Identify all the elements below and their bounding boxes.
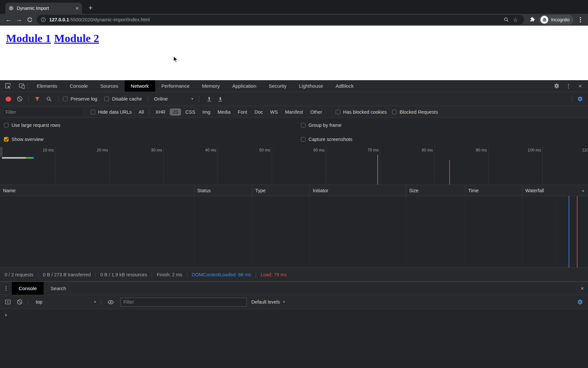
blocked-requests-checkbox-box[interactable] (392, 110, 397, 114)
new-tab-button[interactable]: + (86, 4, 95, 13)
back-button[interactable]: ← (3, 15, 14, 25)
device-toolbar-icon[interactable] (17, 82, 26, 90)
group-by-frame-checkbox[interactable]: Group by frame (301, 123, 342, 128)
devtools-tab-elements[interactable]: Elements (31, 80, 64, 92)
filter-pill-xhr[interactable]: XHR (152, 108, 168, 116)
drawer-menu-icon[interactable] (0, 282, 12, 295)
group-by-frame-checkbox-box[interactable] (301, 123, 305, 127)
devtools-tab-sources[interactable]: Sources (94, 80, 125, 92)
blocked-requests-checkbox[interactable]: Blocked Requests (392, 109, 438, 115)
hide-data-urls-checkbox[interactable]: Hide data URLs (91, 109, 132, 115)
module-1-link[interactable]: Module 1 (6, 32, 51, 44)
create-live-expression-eye-icon[interactable] (106, 298, 115, 306)
tab-close-icon[interactable]: × (75, 6, 79, 11)
requests-table-body[interactable] (0, 196, 588, 268)
column-header-waterfall[interactable]: Waterfall▲ (522, 185, 588, 196)
preserve-log-checkbox-box[interactable] (63, 97, 68, 101)
use-large-request-rows-checkbox[interactable]: Use large request rows (4, 123, 60, 128)
page-heading: Module 1Module 2 (0, 26, 588, 45)
preserve-log-checkbox[interactable]: Preserve log (63, 96, 97, 102)
overview-resource-bar-green (26, 157, 32, 159)
disable-cache-checkbox[interactable]: Disable cache (104, 96, 142, 102)
column-header-type[interactable]: Type (252, 185, 309, 196)
zoom-icon[interactable] (502, 17, 511, 22)
network-filter-funnel-icon[interactable] (32, 95, 42, 103)
module-2-link[interactable]: Module 2 (54, 32, 99, 44)
bookmark-star-icon[interactable]: ☆ (511, 16, 520, 23)
log-levels-dropdown[interactable]: Default levels ▼ (251, 299, 285, 305)
has-blocked-cookies-checkbox-box[interactable] (336, 110, 340, 114)
devtools-tab-security[interactable]: Security (262, 80, 293, 92)
filter-pill-doc[interactable]: Doc (252, 108, 266, 116)
summary-load[interactable]: Load: 79 ms (261, 272, 287, 277)
show-overview-checkbox-box[interactable] (4, 137, 9, 142)
drawer-tab-console[interactable]: Console (12, 282, 44, 295)
devtools-tab-memory[interactable]: Memory (196, 80, 226, 92)
site-info-icon[interactable] (41, 17, 46, 22)
summary-dcl[interactable]: DOMContentLoaded: 66 ms (192, 272, 251, 277)
capture-screenshots-checkbox-box[interactable] (301, 137, 305, 142)
timeline-tick-label: 70 ms (359, 148, 379, 152)
console-settings-gear-icon[interactable] (576, 298, 585, 306)
browser-tab[interactable]: Dynamic Import × (5, 3, 82, 14)
disable-cache-checkbox-box[interactable] (104, 97, 109, 101)
inspect-element-icon[interactable] (3, 82, 12, 90)
has-blocked-cookies-checkbox[interactable]: Has blocked cookies (336, 109, 387, 115)
reload-button[interactable] (24, 15, 35, 25)
network-search-icon[interactable] (44, 95, 53, 103)
capture-screenshots-checkbox[interactable]: Capture screenshots (301, 137, 352, 142)
record-network-log-icon[interactable] (6, 97, 11, 102)
filter-pill-css[interactable]: CSS (182, 108, 198, 116)
filter-pill-ws[interactable]: WS (267, 108, 281, 116)
clear-network-log-icon[interactable] (15, 95, 24, 103)
network-overview-timeline[interactable]: 10 ms20 ms30 ms40 ms50 ms60 ms70 ms80 ms… (0, 146, 588, 185)
column-header-status[interactable]: Status (194, 185, 252, 196)
console-log-area[interactable] (0, 309, 588, 368)
filter-pill-all[interactable]: All (136, 108, 147, 116)
devtools-tab-console[interactable]: Console (64, 80, 94, 92)
column-header-size[interactable]: Size (406, 185, 465, 196)
drawer-close-icon[interactable]: × (580, 285, 584, 291)
devtools-tab-adblock[interactable]: AdBlock (329, 80, 360, 92)
devtools-close-icon[interactable]: × (576, 82, 585, 90)
filter-pill-media[interactable]: Media (215, 108, 234, 116)
clear-console-icon[interactable] (15, 298, 24, 306)
incognito-badge[interactable]: Incognito (539, 15, 574, 25)
browser-menu-icon[interactable] (576, 17, 585, 23)
extensions-puzzle-icon[interactable] (527, 17, 538, 23)
drawer-tab-search[interactable]: Search (44, 282, 73, 295)
show-overview-checkbox[interactable]: Show overview (4, 137, 44, 142)
overview-handle[interactable] (0, 147, 3, 157)
use-large-request-rows-checkbox-box[interactable] (4, 123, 9, 127)
filter-pill-manifest[interactable]: Manifest (282, 108, 306, 116)
console-sidebar-toggle-icon[interactable] (3, 298, 12, 306)
console-filter-input[interactable] (120, 298, 247, 307)
console-prompt[interactable] (0, 309, 588, 317)
export-har-icon[interactable] (216, 95, 225, 103)
tab-title: Dynamic Import (17, 6, 75, 11)
import-har-icon[interactable] (204, 95, 214, 103)
column-header-name[interactable]: Name (0, 185, 194, 196)
execution-context-dropdown[interactable]: top ▼ (36, 299, 96, 305)
devtools-tab-bar: ElementsConsoleSourcesNetworkPerformance… (0, 80, 588, 92)
column-header-time[interactable]: Time (465, 185, 522, 196)
devtools-tab-application[interactable]: Application (226, 80, 262, 92)
devtools-tab-network[interactable]: Network (125, 80, 155, 92)
network-filter-input[interactable] (3, 108, 81, 116)
devtools-tab-performance[interactable]: Performance (155, 80, 196, 92)
filter-pill-other[interactable]: Other (307, 108, 325, 116)
forward-button[interactable]: → (14, 15, 24, 25)
filter-pill-font[interactable]: Font (235, 108, 250, 116)
filter-pill-js[interactable]: JS (170, 108, 181, 116)
address-bar[interactable]: 127.0.0.1:5500/2020/dynamic-import/index… (37, 15, 524, 25)
devtools-settings-gear-icon[interactable] (552, 82, 561, 90)
devtools-menu-icon[interactable] (564, 82, 573, 90)
url-text: 127.0.0.1:5500/2020/dynamic-import/index… (49, 17, 150, 22)
hide-data-urls-checkbox-box[interactable] (91, 110, 95, 114)
waterfall-dcl-line (569, 196, 569, 267)
devtools-tab-lighthouse[interactable]: Lighthouse (293, 80, 329, 92)
column-header-initiator[interactable]: Initiator (309, 185, 406, 196)
network-settings-gear-icon[interactable] (576, 95, 585, 103)
throttling-dropdown[interactable]: Online ▼ (154, 96, 194, 102)
filter-pill-img[interactable]: Img (200, 108, 213, 116)
